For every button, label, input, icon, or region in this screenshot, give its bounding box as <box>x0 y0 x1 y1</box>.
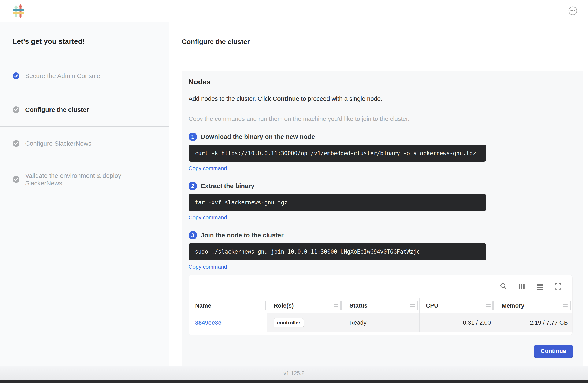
continue-button[interactable]: Continue <box>534 344 573 358</box>
setup-steps-sidebar: Let's get you started! Secure the Admin … <box>0 22 169 366</box>
top-header <box>0 0 588 22</box>
table-fullscreen-button[interactable] <box>554 282 562 291</box>
density-icon <box>536 283 544 290</box>
column-resize-handle[interactable] <box>417 301 418 310</box>
step-2-title: Extract the binary <box>201 182 254 190</box>
title-divider <box>182 59 583 59</box>
content-row: Let's get you started! Secure the Admin … <box>0 22 588 366</box>
sidebar-item-label: Validate the environment & deploy Slacke… <box>25 172 144 187</box>
sidebar-item-configure-cluster[interactable]: Configure the cluster <box>0 93 169 127</box>
sidebar-item-label: Configure SlackerNews <box>25 140 91 147</box>
intro-continue-emphasis: Continue <box>273 95 299 102</box>
column-label: Role(s) <box>274 302 294 309</box>
nodes-heading: Nodes <box>189 78 573 86</box>
table-header-row: Name Role(s) Status CPU <box>189 298 572 314</box>
admin-console-app: Let's get you started! Secure the Admin … <box>0 0 588 383</box>
app-footer: v1.125.2 <box>0 366 588 380</box>
step-3-title: Join the node to the cluster <box>201 232 284 239</box>
card-actions: Continue <box>189 344 573 358</box>
column-header-cpu[interactable]: CPU <box>420 298 495 314</box>
drag-handle-icon <box>486 304 491 307</box>
column-resize-handle[interactable] <box>492 301 494 310</box>
table-search-button[interactable] <box>499 282 508 291</box>
sidebar-item-secure-admin-console[interactable]: Secure the Admin Console <box>0 59 169 93</box>
step-3-header: 3 Join the node to the cluster <box>189 231 573 239</box>
view-columns-icon <box>518 283 525 290</box>
node-name-cell: 8849ec3c <box>189 314 267 332</box>
column-header-status[interactable]: Status <box>343 298 420 314</box>
check-circle-pending-icon <box>12 106 20 113</box>
nodes-intro: Add nodes to the cluster. Click Continue… <box>189 95 573 102</box>
step-1-title: Download the binary on the new node <box>201 133 315 140</box>
sidebar-item-label: Configure the cluster <box>25 106 89 113</box>
step-2-number-badge: 2 <box>189 182 197 190</box>
sidebar-item-label: Secure the Admin Console <box>25 72 100 80</box>
version-label: v1.125.2 <box>283 370 305 376</box>
column-header-roles[interactable]: Role(s) <box>267 298 343 314</box>
copy-commands-hint: Copy the commands and run them on the ma… <box>189 115 573 122</box>
intro-text: to proceed with a single node. <box>299 95 382 102</box>
step-1-command-block: curl -k https://10.0.0.11:30000/api/v1/e… <box>189 145 486 162</box>
check-circle-done-icon <box>12 72 20 80</box>
step-2-header: 2 Extract the binary <box>189 182 573 190</box>
column-resize-handle[interactable] <box>340 301 342 310</box>
sidebar-item-configure-slackernews[interactable]: Configure SlackerNews <box>0 127 169 160</box>
sidebar-item-validate-deploy[interactable]: Validate the environment & deploy Slacke… <box>0 160 169 198</box>
column-label: CPU <box>426 302 438 309</box>
column-resize-handle[interactable] <box>265 301 266 310</box>
table-row: 8849ec3c controller Ready 0.31 / 2.00 2.… <box>189 314 572 332</box>
bottom-edge-bar <box>0 380 588 383</box>
overflow-menu-button[interactable] <box>568 6 577 15</box>
node-status-cell: Ready <box>343 314 420 332</box>
column-label: Name <box>195 302 211 309</box>
drag-handle-icon <box>334 304 338 307</box>
sidebar-title: Let's get you started! <box>0 22 169 59</box>
step-2-copy-command-link[interactable]: Copy command <box>189 214 227 221</box>
node-cpu-cell: 0.31 / 2.00 <box>420 314 495 332</box>
node-roles-cell: controller <box>267 314 343 332</box>
table-toolbar <box>189 275 572 298</box>
nodes-table-panel: Name Role(s) Status CPU <box>189 275 573 335</box>
main-panel: Configure the cluster Nodes Add nodes to… <box>169 22 588 366</box>
check-circle-pending-icon <box>12 176 20 183</box>
drag-handle-icon <box>563 304 568 307</box>
step-1-number-badge: 1 <box>189 132 197 141</box>
step-1-copy-command-link[interactable]: Copy command <box>189 165 227 172</box>
column-label: Status <box>349 302 368 309</box>
table-density-button[interactable] <box>536 282 544 291</box>
page-title: Configure the cluster <box>182 38 583 46</box>
column-resize-handle[interactable] <box>570 301 571 310</box>
fullscreen-icon <box>554 283 562 290</box>
role-badge: controller <box>274 318 304 327</box>
intro-text: Add nodes to the cluster. Click <box>189 95 273 102</box>
check-circle-pending-icon <box>12 140 20 147</box>
step-3-command-block: sudo ./slackernews-gnu join 10.0.0.11:30… <box>189 243 486 260</box>
column-label: Memory <box>502 302 524 309</box>
search-icon <box>500 283 507 290</box>
slackernews-logo <box>12 4 24 18</box>
column-header-name[interactable]: Name <box>189 298 267 314</box>
node-name-link[interactable]: 8849ec3c <box>195 319 222 326</box>
node-memory-cell: 2.19 / 7.77 GB <box>495 314 572 332</box>
drag-handle-icon <box>410 304 415 307</box>
column-header-memory[interactable]: Memory <box>495 298 572 314</box>
step-3-number-badge: 3 <box>189 231 197 239</box>
ellipsis-circle-icon <box>568 6 577 15</box>
step-2-command-block: tar -xvf slackernews-gnu.tgz <box>189 194 486 211</box>
step-1-header: 1 Download the binary on the new node <box>189 132 573 141</box>
step-3-copy-command-link[interactable]: Copy command <box>189 264 227 270</box>
table-columns-button[interactable] <box>517 282 526 291</box>
nodes-card: Nodes Add nodes to the cluster. Click Co… <box>182 71 583 366</box>
